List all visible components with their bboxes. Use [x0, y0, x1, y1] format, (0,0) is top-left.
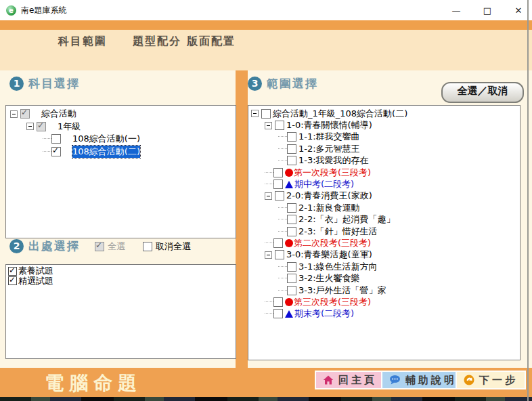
tree-item[interactable]: 108綜合活動(二): [6, 146, 236, 159]
tree-connector: [265, 184, 273, 185]
checkbox-icon[interactable]: [287, 227, 296, 236]
tree-item-label[interactable]: 綜合活動_1年級_108綜合活動(二): [273, 108, 407, 120]
tree-item-label[interactable]: 1年級: [58, 121, 81, 133]
expand-collapse-icon[interactable]: [10, 110, 18, 118]
tree-connector: [278, 219, 287, 220]
tree-item[interactable]: 第三次段考(三段考): [248, 296, 520, 308]
window-title: 南e題庫系統: [21, 5, 66, 16]
tree-item-label[interactable]: 2-0:青春消費王(家政): [286, 190, 372, 202]
tree-item[interactable]: 1-1:群我交響曲: [248, 131, 520, 143]
speech-bubble-icon: [389, 375, 401, 385]
tree-item-label[interactable]: 3-1:綠色生活新方向: [298, 261, 378, 273]
next-arrow-icon: [464, 375, 474, 385]
checkbox-icon[interactable]: [287, 132, 296, 142]
tree-item[interactable]: 3-2:生火饗食樂: [248, 272, 520, 284]
checkbox-icon[interactable]: [287, 274, 296, 283]
checkbox-icon[interactable]: [8, 267, 17, 276]
help-button[interactable]: 輔助說明: [381, 371, 465, 389]
tree-item-label[interactable]: 1-3:我愛我的存在: [298, 154, 369, 167]
checkbox-icon[interactable]: [20, 109, 30, 119]
tree-item-label[interactable]: 期中考(二段考): [294, 178, 354, 190]
checkbox-icon[interactable]: [287, 203, 296, 213]
app-icon: e: [6, 5, 16, 16]
select-all-toggle-button[interactable]: 全選／取消: [441, 82, 524, 103]
select-all-checkbox[interactable]: 全選: [95, 240, 125, 253]
expand-collapse-icon[interactable]: [265, 192, 272, 200]
tree-item[interactable]: 綜合活動_1年級_108綜合活動(二): [248, 108, 520, 119]
tree-item[interactable]: 2-1:新良食運動: [248, 202, 520, 213]
checkbox-icon[interactable]: [273, 297, 283, 307]
checkbox-icon[interactable]: [8, 276, 17, 285]
tree-item[interactable]: 綜合活動: [6, 108, 236, 121]
checkbox-icon[interactable]: [287, 286, 296, 295]
tree-item[interactable]: 1年級: [6, 121, 236, 133]
checkbox-icon[interactable]: [143, 242, 152, 251]
tree-item-label[interactable]: 2-1:新良食運動: [298, 202, 360, 214]
tree-item[interactable]: 2-0:青春消費王(家政): [248, 190, 520, 202]
expand-collapse-icon[interactable]: [26, 123, 34, 130]
tree-item[interactable]: 期中考(二段考): [248, 178, 520, 190]
checkbox-icon[interactable]: [275, 121, 284, 130]
tree-item-label[interactable]: 3-2:生火饗食樂: [298, 272, 360, 284]
window-controls: — □ ✕: [451, 0, 524, 20]
expand-collapse-icon[interactable]: [265, 122, 272, 129]
tree-item[interactable]: 2-3:「針」惜好生活: [248, 226, 520, 237]
footer-bar: 電腦命題 回主頁輔助說明下一步: [0, 368, 532, 397]
tree-connector: [265, 172, 273, 173]
tree-item[interactable]: 1-2:多元智慧王: [248, 143, 520, 154]
checkbox-icon[interactable]: [273, 309, 283, 318]
tree-item[interactable]: 108綜合活動(一): [6, 133, 236, 146]
checkbox-icon[interactable]: [287, 156, 296, 165]
checkbox-icon[interactable]: [287, 144, 296, 154]
tree-item[interactable]: 第二次段考(三段考): [248, 237, 520, 249]
next-step-button[interactable]: 下一步: [456, 371, 526, 389]
checkbox-icon[interactable]: [95, 242, 104, 251]
checkbox-icon[interactable]: [37, 122, 46, 131]
tree-item-label[interactable]: 綜合活動: [41, 108, 76, 120]
tree-item-label[interactable]: 期末考(二段考): [294, 308, 354, 320]
tree-item[interactable]: 1-3:我愛我的存在: [248, 155, 520, 167]
tree-item[interactable]: 1-0:青春關懷情(輔導): [248, 119, 520, 131]
tree-item-label[interactable]: 第三次段考(三段考): [294, 296, 371, 308]
tree-item-label[interactable]: 2-3:「針」惜好生活: [298, 226, 378, 238]
checkbox-icon[interactable]: [51, 134, 61, 144]
maximize-icon[interactable]: □: [482, 5, 493, 16]
tree-item[interactable]: 2-2:「衣」起消費「趣」: [248, 214, 520, 226]
main-content: 1 科目選擇 綜合活動1年級108綜合活動(一)108綜合活動(二) 2 出處選…: [0, 70, 532, 368]
checkbox-icon[interactable]: [275, 250, 284, 259]
tree-item-label[interactable]: 2-2:「衣」起消費「趣」: [298, 213, 395, 226]
expand-collapse-icon[interactable]: [251, 110, 259, 117]
checkbox-icon[interactable]: [275, 191, 284, 200]
tree-connector: [278, 148, 287, 150]
close-icon[interactable]: ✕: [513, 5, 524, 16]
home-button[interactable]: 回主頁: [315, 371, 385, 389]
tree-item-label[interactable]: 1-0:青春關懷情(輔導): [286, 119, 372, 131]
tree-item-label[interactable]: 第一次段考(三段考): [294, 167, 371, 179]
tree-item-label[interactable]: 3-3:戶外生活「營」家: [298, 284, 386, 297]
expand-collapse-icon[interactable]: [265, 251, 272, 259]
tree-item[interactable]: 3-3:戶外生活「營」家: [248, 284, 520, 296]
tree-item[interactable]: 第一次段考(三段考): [248, 167, 520, 178]
tree-item-label[interactable]: 108綜合活動(一): [72, 133, 140, 145]
list-item[interactable]: 精選試題: [6, 276, 236, 287]
tree-item-label[interactable]: 第二次段考(三段考): [294, 237, 371, 249]
tree-item-label[interactable]: 1-2:多元智慧王: [298, 143, 360, 155]
tree-connector: [278, 136, 287, 138]
checkbox-icon[interactable]: [273, 180, 283, 189]
tree-item[interactable]: 期末考(二段考): [248, 308, 520, 320]
checkbox-icon[interactable]: [287, 215, 296, 224]
tree-item-label[interactable]: 1-1:群我交響曲: [298, 131, 360, 143]
deselect-all-checkbox[interactable]: 取消全選: [143, 240, 191, 253]
red-circle-icon: [285, 239, 293, 247]
tree-item[interactable]: 3-0:青春樂活趣(童軍): [248, 249, 520, 261]
checkbox-icon[interactable]: [273, 168, 283, 177]
tree-item-label[interactable]: 3-0:青春樂活趣(童軍): [286, 249, 372, 261]
brand-title: 電腦命題: [45, 371, 142, 396]
tree-item[interactable]: 3-1:綠色生活新方向: [248, 261, 520, 272]
checkbox-icon[interactable]: [51, 147, 61, 156]
checkbox-icon[interactable]: [261, 109, 271, 119]
checkbox-icon[interactable]: [287, 262, 296, 272]
checkbox-icon[interactable]: [273, 238, 283, 248]
minimize-icon[interactable]: —: [451, 5, 462, 16]
tree-item-label[interactable]: 108綜合活動(二): [72, 146, 140, 158]
